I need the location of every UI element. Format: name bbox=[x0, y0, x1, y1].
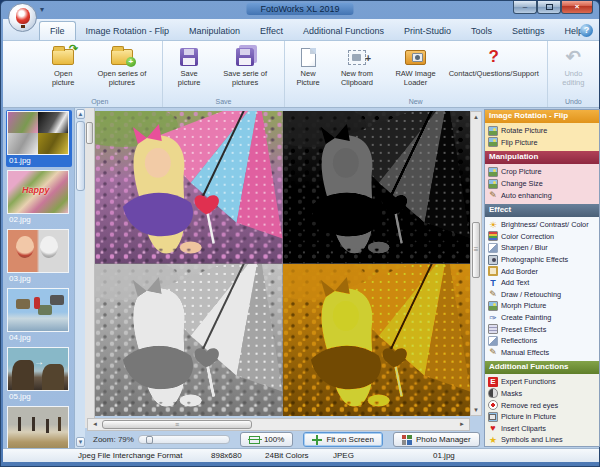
tool-auto-enhancing[interactable]: ✎Auto enhancing bbox=[488, 189, 599, 201]
tool-reflections[interactable]: Reflections bbox=[488, 335, 599, 347]
minimize-button[interactable]: – bbox=[513, 1, 537, 14]
tool-morph-picture[interactable]: Morph Picture bbox=[488, 300, 599, 312]
photo-variant-lightgray bbox=[95, 264, 283, 417]
group-undo: ↶ Undo editing Undo bbox=[548, 41, 599, 107]
save-series-button[interactable]: Save serie of pictures bbox=[211, 43, 280, 97]
zoom-slider[interactable] bbox=[138, 435, 230, 444]
canvas-left-scroll-thumb[interactable] bbox=[86, 122, 93, 144]
tool-symbols-and-lines[interactable]: ★Symbols and Lines bbox=[488, 434, 599, 446]
tool-add-border[interactable]: Add Border bbox=[488, 265, 599, 277]
new-picture-button[interactable]: New Picture bbox=[289, 43, 328, 97]
canvas-vertical-scrollbar[interactable]: ▲ ▼ bbox=[470, 111, 482, 416]
quick-access-arrow-icon[interactable]: ▾ bbox=[40, 5, 44, 14]
group-label-undo: Undo bbox=[552, 97, 595, 107]
tool-photographic-effects[interactable]: Photographic Effects bbox=[488, 254, 599, 266]
tool-brightness-contrast-color[interactable]: ☀Brightness/ Contrast/ Color bbox=[488, 219, 599, 231]
camera-icon bbox=[488, 255, 498, 265]
filmstrip-item[interactable]: Happy 02.jpg bbox=[6, 169, 72, 226]
tab-additional-functions[interactable]: Additional Functions bbox=[293, 22, 394, 40]
tab-file[interactable]: File bbox=[39, 21, 76, 40]
thumbnail-image bbox=[7, 229, 69, 273]
tab-manipulation[interactable]: Manipulation bbox=[179, 22, 250, 40]
scroll-up-icon[interactable]: ▲ bbox=[472, 112, 480, 122]
tab-effect[interactable]: Effect bbox=[250, 22, 293, 40]
filmstrip-item[interactable] bbox=[6, 405, 72, 448]
workspace: 01.jpg Happy 02.jpg 03.jpg 04.jpg 05.jpg bbox=[3, 108, 599, 448]
app-window: ▾ FotoWorks XL 2019 – × File Image Rotat… bbox=[0, 0, 600, 467]
save-picture-button[interactable]: Save picture bbox=[167, 43, 210, 97]
filmstrip-scroll-thumb[interactable] bbox=[76, 121, 85, 191]
contact-support-button[interactable]: ? Contact/Questions/Support bbox=[445, 43, 543, 97]
filmstrip-panel: 01.jpg Happy 02.jpg 03.jpg 04.jpg 05.jpg bbox=[3, 108, 85, 448]
floppy-disks-icon bbox=[236, 48, 254, 66]
close-button[interactable]: × bbox=[561, 1, 593, 14]
thumbnail-image bbox=[7, 288, 69, 332]
tab-image-rotation-flip[interactable]: Image Rotation - Flip bbox=[76, 22, 180, 40]
zoom-level-label: Zoom: 79% bbox=[93, 435, 134, 444]
tool-add-text[interactable]: TAdd Text bbox=[488, 277, 599, 289]
photo-variant-color bbox=[95, 111, 283, 264]
photo-canvas[interactable] bbox=[95, 111, 470, 416]
zoom-100-button[interactable]: 100% bbox=[240, 432, 293, 447]
title-bar: ▾ FotoWorks XL 2019 – × bbox=[1, 1, 599, 19]
undo-editing-button[interactable]: ↶ Undo editing bbox=[552, 43, 595, 97]
help-icon[interactable]: ? bbox=[580, 24, 593, 37]
thumbnail-filename: 02.jpg bbox=[7, 214, 71, 225]
tab-print-studio[interactable]: Print-Studio bbox=[394, 22, 461, 40]
status-dimensions: 898x680 bbox=[211, 451, 242, 460]
open-folder-icon: ↷ bbox=[52, 49, 74, 65]
clipboard-icon: + bbox=[348, 50, 366, 65]
zoom-slider-handle[interactable] bbox=[146, 436, 153, 444]
tool-sharpen-blur[interactable]: Sharpen / Blur bbox=[488, 242, 599, 254]
tab-tools[interactable]: Tools bbox=[461, 22, 502, 40]
tool-masks[interactable]: Masks bbox=[488, 388, 599, 400]
canvas-horizontal-scrollbar[interactable]: ◄ ► bbox=[87, 418, 470, 431]
raw-image-loader-button[interactable]: RAW Image Loader bbox=[386, 43, 444, 97]
tool-preset-effects[interactable]: Preset Effects bbox=[488, 323, 599, 335]
canvas-vscroll-thumb[interactable] bbox=[472, 222, 480, 278]
thumbnail-image bbox=[7, 347, 69, 391]
group-new: New Picture + New from Clipboard RAW Ima… bbox=[285, 41, 548, 107]
canvas-hscroll-thumb[interactable] bbox=[102, 420, 252, 429]
tool-flip-picture[interactable]: Flip Picture bbox=[488, 137, 599, 149]
scroll-right-icon[interactable]: ► bbox=[457, 420, 467, 429]
status-filename: 01.jpg bbox=[433, 451, 455, 460]
tool-manual-effects[interactable]: ✎Manual Effects bbox=[488, 347, 599, 359]
scroll-down-icon[interactable]: ▼ bbox=[472, 405, 480, 415]
fit-on-screen-button[interactable]: Fit on Screen bbox=[303, 432, 383, 447]
tool-remove-red-eyes[interactable]: Remove red eyes bbox=[488, 399, 599, 411]
tool-crop-picture[interactable]: Crop Picture bbox=[488, 166, 599, 178]
tool-insert-cliparts[interactable]: ♥Insert Cliparts bbox=[488, 422, 599, 434]
tool-rotate-picture[interactable]: Rotate Picture bbox=[488, 125, 599, 137]
filmstrip-item[interactable]: 05.jpg bbox=[6, 346, 72, 403]
filmstrip-item[interactable]: 03.jpg bbox=[6, 228, 72, 285]
photo-manager-grid-icon bbox=[402, 435, 412, 445]
filmstrip-scrollbar[interactable]: ▲ ▼ bbox=[74, 108, 85, 448]
scroll-left-icon[interactable]: ◄ bbox=[90, 420, 100, 429]
app-logo-balloon-icon[interactable] bbox=[8, 3, 37, 32]
canvas-left-scrollbar[interactable] bbox=[85, 108, 95, 428]
collage-icon bbox=[488, 446, 498, 447]
open-picture-button[interactable]: ↷ Open picture bbox=[41, 43, 85, 97]
tool-color-correction[interactable]: Color Correction bbox=[488, 231, 599, 243]
tool-change-size[interactable]: Change Size bbox=[488, 178, 599, 190]
tool-expert-functions[interactable]: EExpert Functions bbox=[488, 376, 599, 388]
auto-enhance-icon: ✎ bbox=[488, 190, 498, 200]
photo-manager-button[interactable]: Photo Manager bbox=[393, 432, 480, 447]
thumbnail-filename: 03.jpg bbox=[7, 273, 71, 284]
tab-settings[interactable]: Settings bbox=[502, 22, 555, 40]
filmstrip-item[interactable]: 04.jpg bbox=[6, 287, 72, 344]
tool-draw-retouching[interactable]: ✎Draw / Retouching bbox=[488, 289, 599, 301]
scroll-down-icon[interactable]: ▼ bbox=[76, 437, 85, 447]
tool-create-collage[interactable]: Create collage bbox=[488, 446, 599, 447]
photo-variant-blackwhite bbox=[283, 111, 471, 264]
tool-picture-in-picture[interactable]: Picture in Picture bbox=[488, 411, 599, 423]
scroll-up-icon[interactable]: ▲ bbox=[76, 109, 85, 119]
maximize-button[interactable] bbox=[537, 1, 561, 14]
star-icon: ★ bbox=[488, 435, 498, 445]
new-from-clipboard-button[interactable]: + New from Clipboard bbox=[328, 43, 387, 97]
tool-create-painting[interactable]: ✑Create Painting bbox=[488, 312, 599, 324]
open-series-button[interactable]: + Open series of pictures bbox=[85, 43, 158, 97]
tools-sidebar: Image Rotation - Flip Rotate Picture Fli… bbox=[484, 109, 600, 447]
filmstrip-item[interactable]: 01.jpg bbox=[6, 110, 72, 167]
